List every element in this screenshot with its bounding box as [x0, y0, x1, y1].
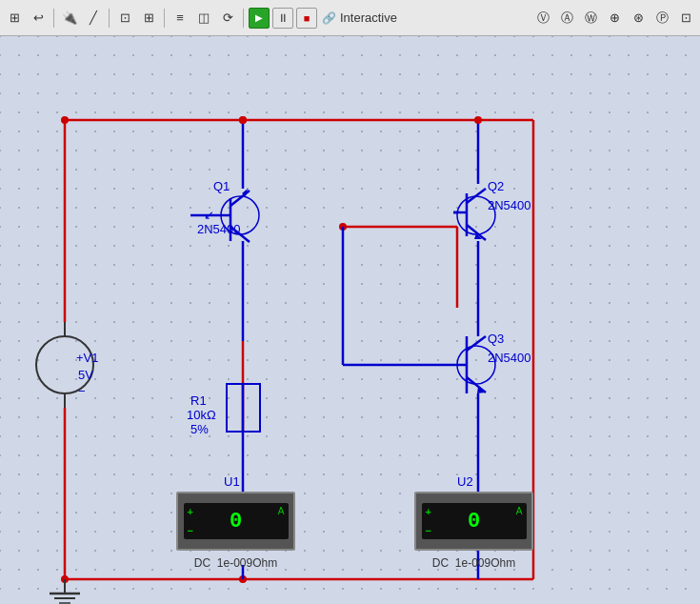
r1-name-label: R1: [190, 393, 207, 408]
scope-icon[interactable]: ⊕: [604, 8, 625, 29]
toolbar-wire-icon[interactable]: ╱: [83, 8, 104, 29]
svg-point-55: [239, 116, 247, 124]
interactive-mode: 🔗 Interactive: [322, 10, 397, 25]
svg-line-44: [467, 377, 486, 393]
q3-name-label: Q3: [488, 332, 504, 346]
toolbar-select-icon[interactable]: ⊞: [4, 8, 25, 29]
meter-u2-unit: A: [516, 506, 523, 516]
r1-tolerance-label: 5%: [190, 422, 209, 436]
q2-name-label: Q2: [488, 179, 504, 193]
meter-u2-minus: −: [426, 525, 431, 536]
pause-button[interactable]: ⏸: [272, 8, 293, 29]
toolbar-zoom-icon[interactable]: ⊡: [114, 8, 135, 29]
meter-u1-minus: −: [188, 525, 193, 536]
svg-point-9: [61, 116, 69, 124]
q1-body-symbol: ↙: [204, 208, 214, 222]
q1-model-label: 2N5400: [197, 222, 241, 236]
meter-u1-plus: +: [188, 506, 193, 517]
meter-u2-plus: +: [426, 506, 431, 517]
svg-point-56: [474, 116, 482, 124]
q2-model-label: 2N5400: [488, 198, 531, 212]
circuit-svg: [0, 36, 700, 604]
toolbar: ⊞ ↩ 🔌 ╱ ⊡ ⊞ ≡ ◫ ⟳ ⏸ ■ 🔗 Interactive Ⓥ Ⓐ …: [0, 0, 700, 36]
probe-icon[interactable]: Ⓟ: [651, 8, 672, 29]
meter-u2[interactable]: + 0 A − DC 1e-009Ohm: [414, 492, 533, 551]
toolbar-align-icon[interactable]: ≡: [170, 8, 190, 29]
toolbar-grid-icon[interactable]: ⊞: [138, 8, 159, 29]
u1-name-label: U1: [224, 474, 240, 489]
wattmeter-icon[interactable]: Ⓦ: [580, 8, 601, 29]
meter-u1-value: 0: [190, 510, 283, 534]
v1-value-label: 5V: [78, 368, 93, 382]
toolbar-right: Ⓥ Ⓐ Ⓦ ⊕ ⊛ Ⓟ ⊡: [532, 8, 696, 29]
stop-button[interactable]: ■: [296, 8, 317, 29]
v1-minus-label: −: [78, 384, 86, 398]
u2-name-label: U2: [457, 474, 473, 489]
toolbar-rotate-icon[interactable]: ⟳: [217, 8, 238, 29]
toolbar-separator-2: [109, 9, 110, 28]
run-button[interactable]: [249, 8, 270, 29]
toolbar-separator-4: [243, 9, 244, 28]
chain-icon: 🔗: [322, 11, 336, 25]
mode-label: Interactive: [340, 10, 397, 25]
toolbar-flip-icon[interactable]: ◫: [193, 8, 214, 29]
meter-u1[interactable]: + 0 A − DC 1e-009Ohm: [176, 492, 295, 551]
v1-plus-label: +V1: [76, 351, 99, 365]
toolbar-separator-1: [53, 9, 54, 28]
meter-u1-label: DC 1e-009Ohm: [194, 556, 277, 570]
meter-u1-unit: A: [278, 506, 285, 516]
settings-icon[interactable]: ⊡: [675, 8, 696, 29]
toolbar-undo-icon[interactable]: ↩: [28, 8, 49, 29]
circuit-canvas[interactable]: Q1 ↙ 2N5400 Q2 2N5400 Q3 2N5400 R1 10kΩ …: [0, 36, 700, 604]
meter-u1-screen: + 0 A −: [184, 503, 289, 539]
meter-u2-label: DC 1e-009Ohm: [432, 556, 515, 570]
toolbar-component-icon[interactable]: 🔌: [59, 8, 80, 29]
toolbar-separator-3: [164, 9, 165, 28]
bode-icon[interactable]: ⊛: [628, 8, 649, 29]
meter-u2-value: 0: [428, 510, 521, 534]
r1-value-label: 10kΩ: [187, 408, 216, 422]
meter-u2-screen: + 0 A −: [422, 503, 527, 539]
q1-name-label: Q1: [213, 179, 230, 193]
q3-model-label: 2N5400: [488, 351, 531, 365]
ammeter-icon[interactable]: Ⓐ: [556, 8, 577, 29]
svg-line-43: [467, 336, 486, 351]
voltmeter-icon[interactable]: Ⓥ: [532, 8, 553, 29]
